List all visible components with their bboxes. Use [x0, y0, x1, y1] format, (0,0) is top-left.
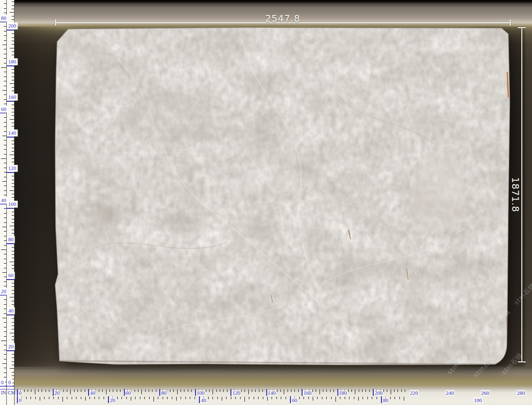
width-dimension-label: 2547.8 [261, 13, 304, 24]
width-dimension-end-tick-left [55, 19, 56, 26]
slab-scan-viewport: 2547.8 1871.8 806040200 2001801601401201… [0, 0, 532, 405]
ruler-strip-cm [7, 0, 15, 405]
height-dimension-line [521, 28, 522, 362]
slab-photo [0, 0, 532, 405]
width-dimension-end-tick-right [510, 19, 511, 26]
unit-label-cm: CM [8, 390, 15, 395]
height-dimension-end-tick-top [518, 27, 526, 28]
ruler-origin-line [0, 389, 15, 389]
height-dimension-label: 1871.8 [511, 174, 521, 215]
unit-label-inches: IN [1, 390, 6, 395]
ruler-strip-inches [0, 0, 7, 405]
